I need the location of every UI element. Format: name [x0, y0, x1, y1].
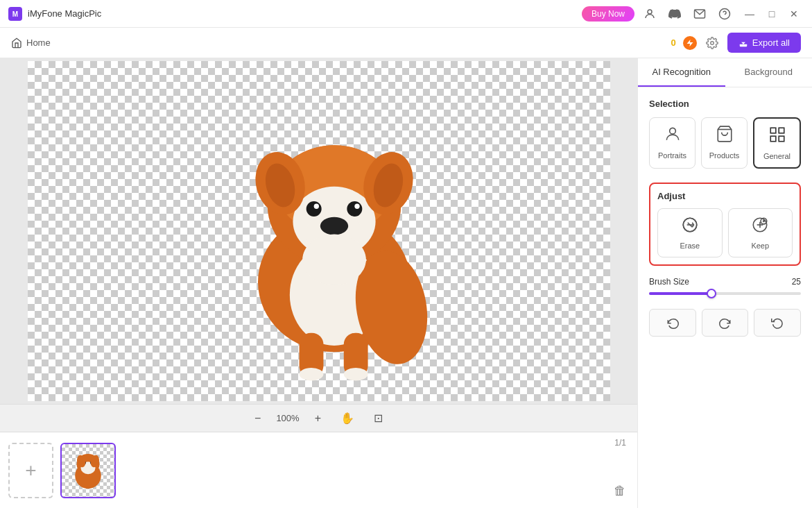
redo-icon	[719, 316, 732, 329]
zoom-level: 100%	[276, 413, 299, 423]
svg-point-27	[343, 368, 368, 380]
home-label: Home	[26, 37, 51, 48]
svg-point-17	[354, 204, 359, 209]
portraits-label: Portraits	[658, 151, 686, 160]
canvas-area: − 100% + ✋ ⊡ 1/1 + 🗑	[0, 58, 637, 508]
selection-products-button[interactable]: Products	[701, 117, 748, 169]
nav-right: 0 Export all	[671, 33, 801, 53]
svg-point-37	[669, 128, 675, 134]
keep-label: Keep	[751, 242, 769, 250]
export-label: Export all	[752, 37, 790, 48]
general-icon	[768, 126, 786, 148]
mail-icon[interactable]	[690, 4, 709, 24]
image-count: 1/1	[614, 438, 626, 448]
brush-size-row: Brush Size 25	[649, 277, 801, 287]
reset-icon	[771, 316, 784, 329]
delete-button[interactable]: 🗑	[614, 484, 626, 498]
svg-point-26	[299, 368, 323, 380]
slider-fill	[649, 292, 710, 295]
selection-grid: Portraits Products General	[649, 117, 801, 169]
adjust-title: Adjust	[657, 191, 793, 201]
general-label: General	[763, 152, 791, 160]
adjust-grid: Erase Ke	[657, 208, 793, 257]
brush-size-value: 25	[792, 277, 801, 287]
close-button[interactable]: ✕	[784, 4, 804, 24]
minimize-button[interactable]: —	[740, 4, 759, 24]
buy-now-button[interactable]: Buy Now	[582, 6, 634, 22]
panel-body: Selection Portraits Products	[638, 87, 812, 508]
panel-tabs: AI Recognition Background	[638, 58, 812, 87]
maximize-button[interactable]: □	[762, 4, 781, 24]
products-label: Products	[709, 151, 739, 160]
home-icon	[11, 37, 22, 49]
undo-button[interactable]	[649, 309, 696, 337]
account-icon[interactable]	[640, 4, 659, 24]
svg-point-16	[313, 204, 318, 209]
svg-point-6	[711, 41, 714, 44]
thumbnail-strip: 1/1 + 🗑	[0, 432, 637, 508]
dog-image	[182, 78, 487, 384]
title-bar-right: Buy Now — □ ✕	[582, 4, 804, 24]
right-panel: AI Recognition Background Selection Port…	[637, 58, 812, 508]
split-view-button[interactable]: ⊡	[370, 409, 387, 427]
badge-number: 0	[671, 37, 676, 48]
svg-rect-39	[770, 128, 776, 133]
svg-point-2	[648, 10, 652, 14]
thumbnail-item[interactable]	[60, 443, 116, 498]
canvas-wrapper[interactable]	[0, 58, 637, 404]
keep-button[interactable]: Keep	[728, 208, 793, 257]
svg-text:M: M	[12, 10, 18, 18]
app-title: iMyFone MagicPic	[28, 8, 101, 19]
app-logo: M	[8, 7, 22, 21]
svg-rect-40	[779, 128, 784, 133]
portraits-icon	[664, 125, 682, 147]
svg-marker-5	[686, 40, 693, 46]
svg-point-14	[306, 201, 321, 217]
zoom-out-button[interactable]: −	[250, 409, 265, 427]
settings-icon[interactable]	[704, 35, 720, 51]
selection-portraits-button[interactable]: Portraits	[649, 117, 696, 169]
selection-title: Selection	[649, 99, 801, 109]
brush-size-label: Brush Size	[649, 277, 689, 287]
export-all-button[interactable]: Export all	[727, 33, 801, 53]
title-bar-left: M iMyFone MagicPic	[8, 7, 101, 21]
title-bar: M iMyFone MagicPic Buy Now — □ ✕	[0, 0, 812, 28]
svg-point-15	[347, 201, 362, 217]
keep-icon	[751, 216, 769, 237]
svg-rect-42	[770, 136, 776, 142]
brush-size-slider[interactable]	[649, 292, 801, 295]
home-link[interactable]: Home	[11, 37, 51, 49]
products-icon	[716, 125, 734, 147]
thumbnail-dog	[67, 450, 109, 491]
erase-icon	[681, 216, 699, 237]
action-row	[649, 309, 801, 337]
notification-badge	[683, 36, 697, 50]
slider-thumb[interactable]	[707, 289, 716, 298]
tab-background[interactable]: Background	[725, 58, 813, 87]
download-icon	[738, 38, 748, 48]
nav-bar: Home 0 Export all	[0, 28, 812, 58]
erase-label: Erase	[680, 242, 700, 250]
zoom-in-button[interactable]: +	[311, 409, 325, 427]
pan-tool-button[interactable]: ✋	[336, 409, 359, 427]
svg-rect-41	[779, 136, 784, 142]
discord-icon[interactable]	[665, 4, 684, 24]
window-controls: — □ ✕	[740, 4, 804, 24]
help-icon[interactable]	[715, 4, 734, 24]
add-image-button[interactable]: +	[8, 443, 53, 498]
svg-point-29	[302, 235, 366, 285]
canvas-image	[28, 61, 610, 401]
canvas-toolbar: − 100% + ✋ ⊡	[0, 404, 637, 432]
redo-button[interactable]	[702, 309, 749, 337]
main-content: − 100% + ✋ ⊡ 1/1 + 🗑	[0, 58, 812, 508]
svg-point-13	[320, 217, 347, 235]
undo-icon	[666, 316, 679, 329]
erase-button[interactable]: Erase	[657, 208, 723, 257]
adjust-section: Adjust Erase	[649, 183, 801, 266]
tab-ai-recognition[interactable]: AI Recognition	[638, 58, 725, 87]
selection-general-button[interactable]: General	[753, 117, 801, 169]
reset-button[interactable]	[754, 309, 801, 337]
